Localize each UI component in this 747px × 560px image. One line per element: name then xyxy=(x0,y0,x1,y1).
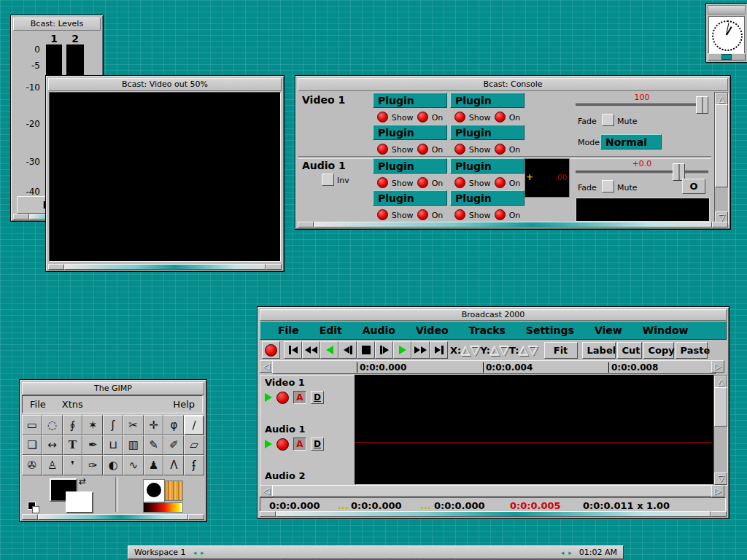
on-led[interactable] xyxy=(495,112,506,122)
tool-bucket-fill[interactable]: ⊔ xyxy=(103,435,123,456)
audio-pan-box[interactable]: + .00 xyxy=(525,158,570,198)
show-led[interactable] xyxy=(377,209,388,220)
zoom-y-down-icon[interactable]: ▽ xyxy=(500,342,509,358)
tool-pencil[interactable]: ✎ xyxy=(144,435,164,456)
gradient-preview[interactable] xyxy=(143,502,183,513)
tool-fuzzy-select[interactable]: ✶ xyxy=(82,415,103,435)
background-color-swatch[interactable] xyxy=(66,491,93,513)
track-auto-button[interactable]: A xyxy=(293,391,306,404)
fast-reverse-button[interactable] xyxy=(302,341,320,359)
tool-transform[interactable]: ❏ xyxy=(22,435,42,456)
resize-grip[interactable] xyxy=(712,222,728,228)
audio-plugin-button-1[interactable]: Plugin xyxy=(373,158,447,174)
tool-eraser[interactable]: ▱ xyxy=(184,435,204,456)
on-led[interactable] xyxy=(417,177,428,188)
scroll-up-icon[interactable]: △ xyxy=(715,93,728,105)
tool-color-picker[interactable]: ✒ xyxy=(82,435,103,456)
record-button[interactable] xyxy=(262,341,280,359)
track-draw-button[interactable]: D xyxy=(311,438,324,451)
show-led[interactable] xyxy=(377,112,388,122)
video-mute-checkbox[interactable] xyxy=(602,114,614,126)
ruler-track[interactable]: 0:0:0.000 0:0:0.004 0:0:0.008 xyxy=(272,360,716,374)
tool-smudge[interactable]: ∿ xyxy=(123,455,144,475)
audio-plugin-button-2[interactable]: Plugin xyxy=(450,158,525,174)
label-button[interactable]: Label xyxy=(582,342,616,359)
tool-measure[interactable]: Λ xyxy=(163,455,184,475)
reverse-play-button[interactable] xyxy=(320,341,338,359)
track-play-icon[interactable] xyxy=(265,440,272,448)
audio-loop-button[interactable]: O xyxy=(682,179,705,194)
show-led[interactable] xyxy=(454,144,465,155)
timeline-ruler[interactable]: ◁ 0:0:0.000 0:0:0.004 0:0:0.008 ▷ xyxy=(260,360,727,374)
zoom-x-up-icon[interactable]: △ xyxy=(461,342,471,358)
gimp-menu-xtns[interactable]: Xtns xyxy=(62,399,83,410)
clock-prev-icon[interactable]: ◂ xyxy=(561,549,565,556)
track-draw-button[interactable]: D xyxy=(311,391,324,404)
tool-ink[interactable]: ✑ xyxy=(82,455,103,475)
resize-bar[interactable] xyxy=(276,511,711,517)
tool-rect-select[interactable]: ▭ xyxy=(22,415,42,435)
tool-crop[interactable]: ∕ xyxy=(184,415,204,435)
show-led[interactable] xyxy=(454,112,465,122)
on-led[interactable] xyxy=(495,209,506,220)
resize-grip[interactable] xyxy=(22,514,38,520)
zoom-t-down-icon[interactable]: ▽ xyxy=(528,342,538,358)
swap-colors-icon[interactable]: ⇄ xyxy=(79,476,86,486)
tool-ellipse-select[interactable]: ◌ xyxy=(42,415,63,435)
on-led[interactable] xyxy=(495,177,506,188)
pattern-preview[interactable] xyxy=(165,481,183,501)
track-auto-button[interactable]: A xyxy=(293,438,306,451)
on-led[interactable] xyxy=(417,112,428,122)
timeline-canvas[interactable] xyxy=(355,375,712,484)
clock-titlebar[interactable] xyxy=(708,5,746,15)
main-resize-bar[interactable] xyxy=(260,511,727,517)
fit-button[interactable]: Fit xyxy=(544,342,578,359)
show-led[interactable] xyxy=(454,209,465,220)
levels-titlebar[interactable]: Bcast: Levels xyxy=(13,18,101,31)
resize-bar[interactable] xyxy=(64,264,266,270)
paste-button[interactable]: Paste xyxy=(676,342,708,359)
tool-clone[interactable]: ♙ xyxy=(42,455,63,475)
scroll-left-icon[interactable]: ◁ xyxy=(260,485,273,497)
audio-plugin-button-3[interactable]: Plugin xyxy=(373,190,447,206)
tool-free-select[interactable]: ∮ xyxy=(63,415,83,435)
play-button[interactable] xyxy=(393,341,411,359)
tool-flip[interactable]: ↔ xyxy=(42,435,63,456)
console-scrollbar-thumb[interactable] xyxy=(715,104,728,187)
tool-convolve[interactable]: ❜ xyxy=(63,455,83,475)
tool-path[interactable]: ʄ xyxy=(184,455,204,475)
zoom-y-up-icon[interactable]: △ xyxy=(490,342,500,358)
gimp-menu-help[interactable]: Help xyxy=(173,399,195,410)
audio-plugin-button-4[interactable]: Plugin xyxy=(450,190,525,206)
video-plugin-button-4[interactable]: Plugin xyxy=(450,125,525,140)
resize-grip[interactable] xyxy=(298,222,314,228)
audio-fade-slider-track[interactable] xyxy=(576,171,708,174)
show-led[interactable] xyxy=(377,144,388,155)
frame-forward-button[interactable] xyxy=(375,341,393,359)
resize-bar[interactable] xyxy=(38,514,188,520)
tool-xinput-airbrush[interactable]: ♟ xyxy=(144,455,164,475)
menu-audio[interactable]: Audio xyxy=(363,324,395,336)
menu-tracks[interactable]: Tracks xyxy=(469,324,506,336)
menu-file[interactable]: File xyxy=(278,324,299,336)
resize-grip[interactable] xyxy=(188,514,204,520)
menu-video[interactable]: Video xyxy=(416,324,449,336)
video-fade-slider-track[interactable] xyxy=(576,104,708,107)
cut-button[interactable]: Cut xyxy=(617,342,642,359)
brush-preview[interactable] xyxy=(143,479,165,502)
tool-scissors[interactable]: ✂ xyxy=(123,415,144,435)
tool-magnify[interactable]: φ xyxy=(163,415,184,435)
copy-button[interactable]: Copy xyxy=(643,342,674,359)
clock-next-icon[interactable]: ▸ xyxy=(568,549,572,556)
hscrollbar-thumb[interactable] xyxy=(272,485,714,497)
video-plugin-button-1[interactable]: Plugin xyxy=(373,93,447,108)
tool-blend[interactable]: ▥ xyxy=(123,435,144,456)
resize-bar[interactable] xyxy=(314,222,712,228)
menu-window[interactable]: Window xyxy=(643,324,689,336)
scroll-down-icon[interactable]: ▽ xyxy=(714,472,727,485)
menu-view[interactable]: View xyxy=(595,324,622,336)
video-fade-slider-thumb[interactable] xyxy=(696,96,708,114)
gimp-menu-file[interactable]: File xyxy=(30,399,46,410)
ruler-left-arrow-icon[interactable]: ◁ xyxy=(260,360,273,373)
stop-button[interactable] xyxy=(357,341,375,359)
